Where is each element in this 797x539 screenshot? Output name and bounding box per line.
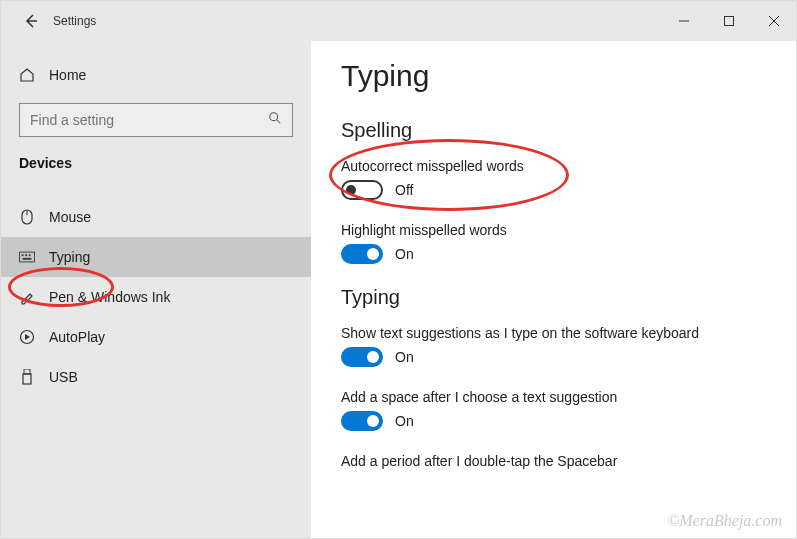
- toggle-autocorrect[interactable]: [341, 180, 383, 200]
- setting-label: Show text suggestions as I type on the s…: [341, 325, 766, 341]
- setting-label: Add a space after I choose a text sugges…: [341, 389, 766, 405]
- svg-rect-10: [25, 254, 27, 256]
- toggle-highlight[interactable]: [341, 244, 383, 264]
- sidebar-item-usb[interactable]: USB: [1, 357, 311, 397]
- minimize-icon: [679, 16, 689, 26]
- section-header-typing: Typing: [341, 286, 766, 309]
- maximize-button[interactable]: [706, 1, 751, 41]
- svg-line-5: [277, 120, 281, 124]
- setting-label: Autocorrect misspelled words: [341, 158, 766, 174]
- nav-list: Mouse Typing Pen & Windows Ink AutoPlay …: [1, 197, 311, 397]
- sidebar-item-label: Mouse: [49, 209, 91, 225]
- sidebar-item-label: Pen & Windows Ink: [49, 289, 170, 305]
- watermark: ©MeraBheja.com: [667, 512, 782, 530]
- mouse-icon: [19, 209, 35, 225]
- search-input[interactable]: [30, 112, 268, 128]
- search-box[interactable]: [19, 103, 293, 137]
- svg-rect-8: [19, 252, 34, 262]
- home-icon: [19, 67, 35, 83]
- sidebar-item-autoplay[interactable]: AutoPlay: [1, 317, 311, 357]
- toggle-state-text: On: [395, 413, 414, 429]
- toggle-state-text: Off: [395, 182, 413, 198]
- page-title: Typing: [341, 59, 766, 93]
- svg-point-4: [270, 113, 278, 121]
- back-arrow-icon: [23, 13, 39, 29]
- toggle-suggestions[interactable]: [341, 347, 383, 367]
- maximize-icon: [724, 16, 734, 26]
- toggle-state-text: On: [395, 246, 414, 262]
- svg-rect-12: [23, 258, 32, 260]
- home-button[interactable]: Home: [1, 55, 311, 95]
- svg-rect-15: [23, 374, 31, 384]
- sidebar-item-pen[interactable]: Pen & Windows Ink: [1, 277, 311, 317]
- setting-label: Highlight misspelled words: [341, 222, 766, 238]
- window-controls: [661, 1, 796, 41]
- sidebar-item-label: Typing: [49, 249, 90, 265]
- autoplay-icon: [19, 329, 35, 345]
- search-icon: [268, 111, 282, 129]
- svg-rect-9: [22, 254, 24, 256]
- toggle-add-space[interactable]: [341, 411, 383, 431]
- minimize-button[interactable]: [661, 1, 706, 41]
- close-button[interactable]: [751, 1, 796, 41]
- titlebar: Settings: [1, 1, 796, 41]
- category-label: Devices: [1, 149, 311, 183]
- setting-highlight: Highlight misspelled words On: [341, 222, 766, 264]
- setting-suggestions: Show text suggestions as I type on the s…: [341, 325, 766, 367]
- content-pane: Typing Spelling Autocorrect misspelled w…: [311, 41, 796, 538]
- usb-icon: [19, 369, 35, 385]
- home-label: Home: [49, 67, 86, 83]
- back-button[interactable]: [19, 9, 43, 33]
- section-header-spelling: Spelling: [341, 119, 766, 142]
- svg-rect-14: [24, 369, 30, 374]
- setting-add-space: Add a space after I choose a text sugges…: [341, 389, 766, 431]
- sidebar-item-label: AutoPlay: [49, 329, 105, 345]
- toggle-state-text: On: [395, 349, 414, 365]
- svg-rect-11: [29, 254, 31, 256]
- keyboard-icon: [19, 249, 35, 265]
- setting-double-tap: Add a period after I double-tap the Spac…: [341, 453, 766, 469]
- setting-autocorrect: Autocorrect misspelled words Off: [341, 158, 766, 200]
- sidebar-item-mouse[interactable]: Mouse: [1, 197, 311, 237]
- svg-rect-1: [724, 17, 733, 26]
- setting-label: Add a period after I double-tap the Spac…: [341, 453, 766, 469]
- sidebar-item-typing[interactable]: Typing: [1, 237, 311, 277]
- window-title: Settings: [53, 14, 96, 28]
- sidebar-item-label: USB: [49, 369, 78, 385]
- pen-icon: [19, 289, 35, 305]
- sidebar: Home Devices Mouse Typing Pen & Windows …: [1, 41, 311, 538]
- close-icon: [769, 16, 779, 26]
